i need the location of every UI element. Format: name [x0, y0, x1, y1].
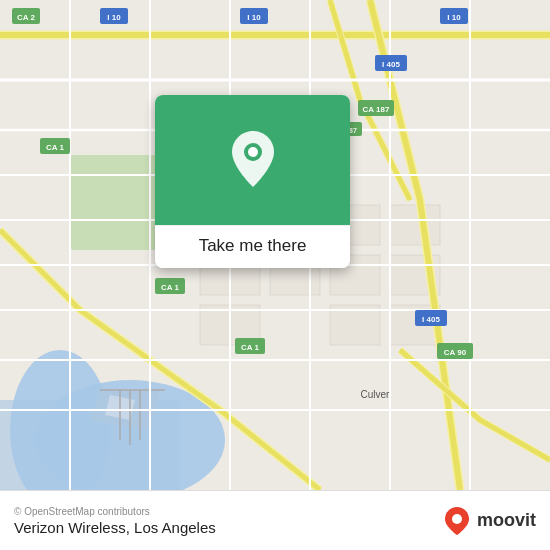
location-title: Verizon Wireless, Los Angeles [14, 519, 216, 536]
svg-text:I 10: I 10 [447, 13, 461, 22]
svg-text:I 405: I 405 [422, 315, 440, 324]
svg-text:CA 1: CA 1 [161, 283, 179, 292]
svg-text:I 10: I 10 [247, 13, 261, 22]
svg-text:I 405: I 405 [382, 60, 400, 69]
copyright-text: © OpenStreetMap contributors [14, 506, 216, 517]
svg-point-62 [452, 514, 462, 524]
map-container: I 10 I 10 I 10 I 405 I 405 CA 187 CA 1 C… [0, 0, 550, 490]
bottom-left-info: © OpenStreetMap contributors Verizon Wir… [14, 506, 216, 536]
svg-text:CA 1: CA 1 [241, 343, 259, 352]
svg-text:CA 187: CA 187 [363, 105, 390, 114]
location-popup: Take me there [155, 95, 350, 268]
svg-text:CA 90: CA 90 [444, 348, 467, 357]
popup-button-area[interactable]: Take me there [155, 225, 350, 268]
moovit-logo: moovit [441, 505, 536, 537]
bottom-bar: © OpenStreetMap contributors Verizon Wir… [0, 490, 550, 550]
popup-header [155, 95, 350, 225]
svg-point-61 [248, 147, 258, 157]
location-pin-icon [228, 129, 278, 191]
moovit-text: moovit [477, 510, 536, 531]
take-me-there-button[interactable]: Take me there [169, 236, 336, 256]
svg-text:CA 2: CA 2 [17, 13, 35, 22]
moovit-icon [441, 505, 473, 537]
svg-text:I 10: I 10 [107, 13, 121, 22]
svg-text:CA 1: CA 1 [46, 143, 64, 152]
svg-rect-18 [390, 205, 440, 245]
svg-text:Culver: Culver [361, 389, 391, 400]
